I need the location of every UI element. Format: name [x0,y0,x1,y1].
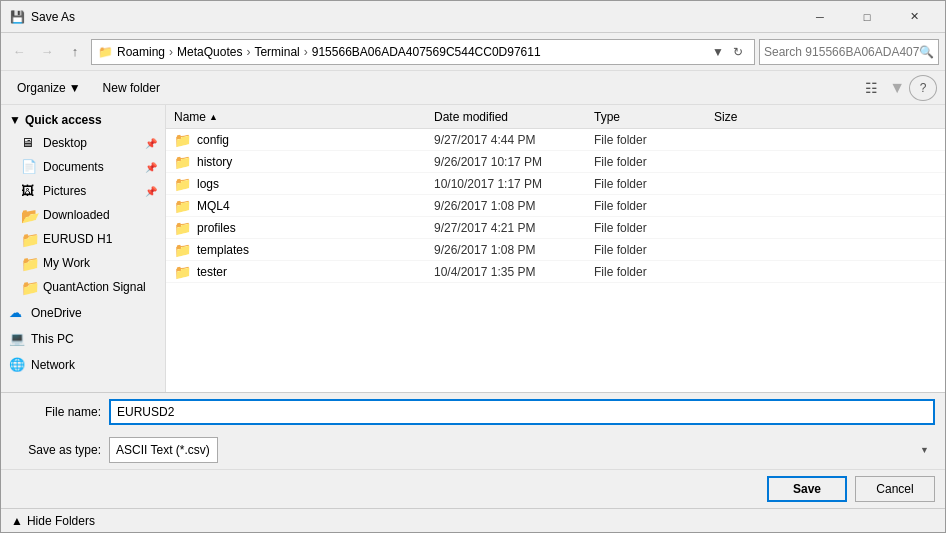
file-date-cell: 9/26/2017 10:17 PM [426,155,586,169]
folder-icon: 📁 [174,264,191,280]
column-type-header[interactable]: Type [586,105,706,128]
sidebar-item-pictures[interactable]: 🖼 Pictures 📌 [1,179,165,203]
window-icon: 💾 [9,9,25,25]
path-terminal[interactable]: Terminal [252,45,301,59]
sidebar-item-label: EURUSD H1 [43,232,112,246]
window-title: Save As [31,10,797,24]
file-type-cell: File folder [586,221,706,235]
sidebar-item-network[interactable]: 🌐 Network [1,353,165,377]
dropdown-arrow-icon[interactable]: ▼ [708,42,728,62]
sidebar-item-quantaction[interactable]: 📁 QuantAction Signal [1,275,165,299]
folder-icon: 📁 [174,242,191,258]
onedrive-section: ☁ OneDrive [1,301,165,325]
table-row[interactable]: 📁 config 9/27/2017 4:44 PM File folder [166,129,945,151]
column-date-header[interactable]: Date modified [426,105,586,128]
quick-access-header[interactable]: ▼ Quick access [1,109,165,131]
hide-folders-button[interactable]: ▲ Hide Folders [11,514,95,528]
desktop-icon: 🖥 [21,135,37,151]
file-name-cell: 📁 MQL4 [166,198,426,214]
organize-label: Organize [17,81,66,95]
hide-folders-chevron-icon: ▲ [11,514,23,528]
minimize-button[interactable]: ─ [797,2,843,32]
path-display: 📁 Roaming › MetaQuotes › Terminal › 9155… [98,45,708,59]
sidebar: ▼ Quick access 🖥 Desktop 📌 📄 Documents 📌… [1,105,166,392]
sidebar-item-thispc[interactable]: 💻 This PC [1,327,165,351]
path-roaming[interactable]: Roaming [115,45,167,59]
path-metaquotes[interactable]: MetaQuotes [175,45,244,59]
file-name-cell: 📁 tester [166,264,426,280]
title-bar: 💾 Save As ─ □ ✕ [1,1,945,33]
folder-icon: 📁 [174,154,191,170]
refresh-icon[interactable]: ↻ [728,42,748,62]
path-id[interactable]: 915566BA06ADA407569C544CC0D97611 [310,45,543,59]
maximize-button[interactable]: □ [844,2,890,32]
folder-icon: 📁 [174,220,191,236]
address-bar-row: ← → ↑ 📁 Roaming › MetaQuotes › Terminal … [1,33,945,71]
table-row[interactable]: 📁 history 9/26/2017 10:17 PM File folder [166,151,945,173]
downloaded-folder-icon: 📂 [21,207,37,223]
column-name-header[interactable]: Name ▲ [166,105,426,128]
search-input[interactable] [764,45,919,59]
quick-access-section: ▼ Quick access 🖥 Desktop 📌 📄 Documents 📌… [1,109,165,299]
file-list-header: Name ▲ Date modified Type Size [166,105,945,129]
file-type-cell: File folder [586,265,706,279]
hide-folders-label: Hide Folders [27,514,95,528]
file-type-cell: File folder [586,199,706,213]
table-row[interactable]: 📁 logs 10/10/2017 1:17 PM File folder [166,173,945,195]
view-options-button[interactable]: ☷ [857,75,885,101]
file-name-cell: 📁 history [166,154,426,170]
thispc-section: 💻 This PC [1,327,165,351]
organize-chevron-icon: ▼ [69,81,81,95]
column-size-header[interactable]: Size [706,105,786,128]
table-row[interactable]: 📁 profiles 9/27/2017 4:21 PM File folder [166,217,945,239]
file-date-cell: 9/27/2017 4:21 PM [426,221,586,235]
sidebar-item-desktop[interactable]: 🖥 Desktop 📌 [1,131,165,155]
footer: ▲ Hide Folders [1,508,945,532]
bottom-section: File name: Save as type: ASCII Text (*.c… [1,392,945,508]
back-button[interactable]: ← [7,39,31,65]
address-bar[interactable]: 📁 Roaming › MetaQuotes › Terminal › 9155… [91,39,755,65]
table-row[interactable]: 📁 templates 9/26/2017 1:08 PM File folde… [166,239,945,261]
filename-input[interactable] [109,399,935,425]
file-date-cell: 10/4/2017 1:35 PM [426,265,586,279]
pictures-icon: 🖼 [21,183,37,199]
filename-label: File name: [11,405,101,419]
file-date-cell: 9/26/2017 1:08 PM [426,199,586,213]
bottom-buttons: Save Cancel [1,469,945,508]
table-row[interactable]: 📁 MQL4 9/26/2017 1:08 PM File folder [166,195,945,217]
sidebar-item-mywork[interactable]: 📁 My Work [1,251,165,275]
search-icon: 🔍 [919,45,934,59]
cancel-button[interactable]: Cancel [855,476,935,502]
sidebar-item-downloaded[interactable]: 📂 Downloaded [1,203,165,227]
file-name-cell: 📁 templates [166,242,426,258]
file-type-cell: File folder [586,177,706,191]
file-type-cell: File folder [586,133,706,147]
save-as-dialog: 💾 Save As ─ □ ✕ ← → ↑ 📁 Roaming › MetaQu… [0,0,946,533]
eurusd-folder-icon: 📁 [21,231,37,247]
file-list-body: 📁 config 9/27/2017 4:44 PM File folder 📁… [166,129,945,392]
sidebar-item-documents[interactable]: 📄 Documents 📌 [1,155,165,179]
file-name-cell: 📁 config [166,132,426,148]
filetype-row: Save as type: ASCII Text (*.csv) ▼ [1,431,945,469]
forward-button[interactable]: → [35,39,59,65]
filetype-select[interactable]: ASCII Text (*.csv) [109,437,218,463]
sidebar-item-eurusd[interactable]: 📁 EURUSD H1 [1,227,165,251]
sidebar-item-onedrive[interactable]: ☁ OneDrive [1,301,165,325]
pin-icon: 📌 [145,162,157,173]
sidebar-item-label: This PC [31,332,74,346]
file-date-cell: 9/26/2017 1:08 PM [426,243,586,257]
up-button[interactable]: ↑ [63,39,87,65]
main-content: ▼ Quick access 🖥 Desktop 📌 📄 Documents 📌… [1,105,945,392]
pin-icon: 📌 [145,186,157,197]
table-row[interactable]: 📁 tester 10/4/2017 1:35 PM File folder [166,261,945,283]
file-type-cell: File folder [586,243,706,257]
view-sep: ▼ [889,79,905,97]
new-folder-button[interactable]: New folder [95,75,168,101]
search-box[interactable]: 🔍 [759,39,939,65]
close-button[interactable]: ✕ [891,2,937,32]
folder-icon: 📁 [174,198,191,214]
save-button[interactable]: Save [767,476,847,502]
filename-row: File name: [1,393,945,431]
organize-button[interactable]: Organize ▼ [9,75,89,101]
help-button[interactable]: ? [909,75,937,101]
